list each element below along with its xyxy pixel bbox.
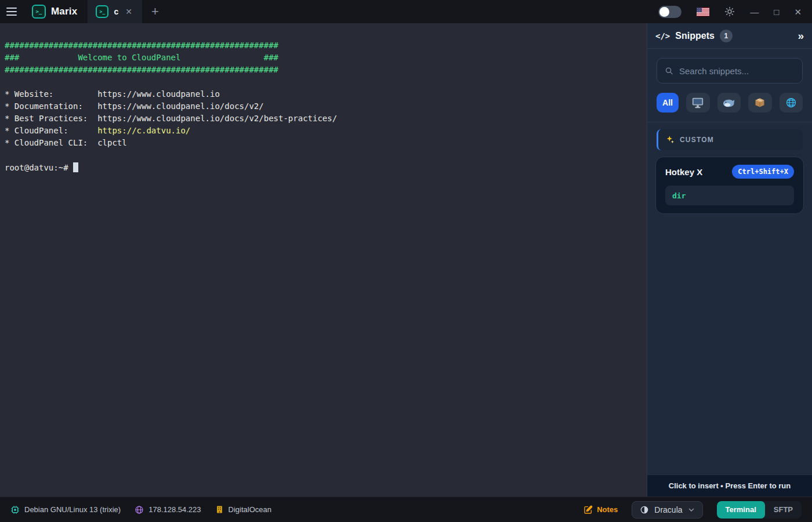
terminal-line: * Best Practices: https://www.cloudpanel… — [5, 114, 641, 126]
filter-all-button[interactable]: All — [657, 93, 679, 113]
monitor-icon — [691, 96, 704, 109]
toggle-knob — [659, 7, 669, 17]
terminal-output[interactable]: ########################################… — [0, 23, 647, 496]
snippet-filters: All — [647, 92, 812, 122]
snippets-title: Snippets — [675, 31, 715, 41]
theme-toggle[interactable] — [658, 6, 682, 18]
language-flag-button[interactable] — [697, 8, 709, 16]
ip-info: 178.128.54.223 — [135, 505, 201, 514]
app-title: Marix — [51, 6, 77, 17]
notes-pencil-icon — [583, 505, 593, 514]
app-logo-icon: >_ — [32, 5, 46, 19]
terminal-line: ########################################… — [5, 65, 641, 77]
menu-icon[interactable] — [0, 0, 23, 23]
terminal-mode-button[interactable]: Terminal — [717, 501, 765, 519]
terminal-cursor — [73, 162, 78, 172]
cpu-icon — [10, 505, 20, 514]
building-icon — [215, 505, 224, 514]
terminal-line: * CloudPanel CLI: clpctl — [5, 138, 641, 150]
snippet-code-box: dir — [665, 186, 794, 205]
terminal-line: * CloudPanel: https://c.datvu.io/ — [5, 126, 641, 138]
filter-docker-button[interactable] — [717, 93, 741, 113]
terminal-tab[interactable]: >_ c ✕ — [88, 0, 142, 23]
snippet-title: Hotkey X — [665, 167, 702, 177]
whale-icon — [722, 96, 735, 110]
app-brand: >_ Marix — [23, 5, 88, 19]
snippets-count-badge: 1 — [720, 30, 733, 42]
notes-button[interactable]: Notes — [583, 505, 618, 514]
new-tab-button[interactable]: + — [142, 4, 168, 19]
terminal-line: root@datvu:~# — [5, 162, 641, 175]
os-info: Debian GNU/Linux 13 (trixie) — [10, 505, 121, 514]
globe-icon — [785, 97, 797, 108]
snippet-search-box — [657, 58, 803, 84]
divider — [647, 122, 812, 122]
tab-label: c — [114, 7, 118, 16]
globe-purple-icon — [135, 505, 144, 514]
sidebar-footer-hint: Click to insert • Press Enter to run — [647, 474, 812, 496]
theme-name: Dracula — [654, 505, 682, 514]
code-icon: </> — [655, 31, 670, 41]
search-input[interactable] — [679, 66, 795, 76]
sparkles-icon — [665, 135, 675, 144]
snippet-card[interactable]: Hotkey X Ctrl+Shift+X dir — [655, 157, 804, 214]
os-label: Debian GNU/Linux 13 (trixie) — [24, 505, 121, 514]
filter-network-button[interactable] — [780, 93, 803, 113]
notes-label: Notes — [597, 505, 618, 514]
terminal-line: ########################################… — [5, 41, 641, 53]
custom-section-label: CUSTOM — [680, 136, 714, 144]
brightness-button[interactable] — [724, 6, 735, 17]
title-bar: >_ Marix >_ c ✕ + — [0, 0, 812, 23]
custom-section-header[interactable]: CUSTOM — [657, 129, 803, 150]
package-icon — [754, 97, 766, 108]
close-button[interactable]: ✕ — [794, 8, 802, 16]
provider-label: DigitalOcean — [229, 505, 271, 514]
filter-system-button[interactable] — [686, 93, 710, 113]
contrast-icon — [640, 505, 649, 514]
snippets-header: </> Snippets 1 » — [647, 23, 812, 48]
ip-address: 178.128.54.223 — [148, 505, 201, 514]
mode-switcher: Terminal SFTP — [717, 501, 802, 519]
terminal-line: ### Welcome to CloudPanel ### — [5, 53, 641, 65]
terminal-line: * Website: https://www.cloudpanel.io — [5, 89, 641, 102]
sun-icon — [724, 6, 735, 17]
sftp-mode-button[interactable]: SFTP — [765, 501, 802, 519]
provider-info: DigitalOcean — [215, 505, 271, 514]
maximize-button[interactable]: □ — [774, 8, 779, 16]
terminal-line — [5, 77, 641, 89]
snippet-code: dir — [672, 191, 686, 200]
search-icon — [665, 66, 673, 76]
snippet-hotkey-badge: Ctrl+Shift+X — [732, 165, 794, 179]
filter-package-button[interactable] — [748, 93, 772, 113]
terminal-line: * Documentation: https://www.cloudpanel.… — [5, 102, 641, 114]
theme-selector-button[interactable]: Dracula — [632, 501, 702, 519]
status-bar: Debian GNU/Linux 13 (trixie) 178.128.54.… — [0, 496, 812, 522]
collapse-sidebar-icon[interactable]: » — [798, 30, 804, 42]
terminal-line — [5, 150, 641, 162]
tab-close-icon[interactable]: ✕ — [124, 6, 134, 17]
tab-terminal-icon: >_ — [96, 5, 108, 18]
minimize-button[interactable]: — — [750, 8, 759, 16]
us-flag-icon — [697, 8, 709, 16]
snippets-sidebar: </> Snippets 1 » All — [647, 23, 812, 496]
chevron-down-icon — [688, 506, 695, 513]
